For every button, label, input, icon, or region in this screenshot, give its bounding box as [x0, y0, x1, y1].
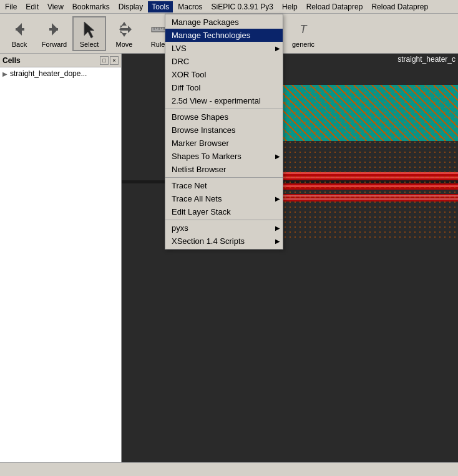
cells-panel-title: Cells — [2, 56, 21, 65]
menu-xsection[interactable]: XSection 1.4 Scripts ▶ — [165, 235, 283, 248]
cells-tree: ▶ straight_heater_dope... — [0, 67, 121, 462]
move-button[interactable]: Move — [107, 16, 141, 51]
menu-reload-dataprep[interactable]: Reload Dataprep — [303, 1, 367, 12]
cells-close-icon[interactable]: × — [110, 56, 119, 65]
menu-netlist-browser[interactable]: Netlist Browser — [165, 163, 283, 176]
svg-marker-5 — [119, 22, 132, 37]
select-button[interactable]: Select — [72, 16, 106, 51]
menu-drc[interactable]: DRC — [165, 55, 283, 68]
menu-manage-packages[interactable]: Manage Packages — [165, 16, 283, 29]
tree-expand-icon: ▶ — [2, 70, 7, 77]
menu-sep-3 — [165, 220, 283, 220]
menu-help[interactable]: Help — [278, 1, 301, 12]
cells-collapse-icon[interactable]: □ — [100, 56, 109, 65]
menu-trace-all-nets[interactable]: Trace All Nets ▶ — [165, 192, 283, 205]
move-icon — [114, 19, 134, 39]
menubar: File Edit View Bookmarks Display Tools M… — [0, 0, 458, 14]
menu-display[interactable]: Display — [115, 1, 147, 12]
menu-marker-browser[interactable]: Marker Browser — [165, 137, 283, 150]
forward-button[interactable]: Forward — [37, 16, 71, 51]
menu-browse-instances[interactable]: Browse Instances — [165, 124, 283, 137]
cells-tree-item-label: straight_heater_dope... — [10, 69, 87, 78]
generic-icon: T — [293, 19, 313, 39]
svg-text:T: T — [300, 23, 308, 36]
lvs-submenu-arrow: ▶ — [275, 45, 280, 52]
tools-dropdown: Manage Packages Manage Technologies LVS … — [165, 14, 283, 250]
cells-header: Cells □ × — [0, 54, 121, 67]
generic-label: generic — [292, 41, 314, 48]
shapes-to-markers-arrow: ▶ — [275, 153, 280, 160]
pyxs-arrow: ▶ — [275, 225, 280, 231]
menu-manage-technologies[interactable]: Manage Technologies — [165, 29, 283, 42]
menu-edit[interactable]: Edit — [22, 1, 42, 12]
menu-shapes-to-markers[interactable]: Shapes To Markers ▶ — [165, 150, 283, 163]
move-label: Move — [116, 41, 133, 48]
canvas-title: straight_heater_c — [397, 55, 456, 64]
xsection-arrow: ▶ — [275, 238, 280, 245]
menu-lvs[interactable]: LVS ▶ — [165, 42, 283, 55]
menu-xor-tool[interactable]: XOR Tool — [165, 68, 283, 81]
back-label: Back — [12, 41, 27, 48]
select-label: Select — [80, 41, 99, 48]
trace-all-nets-arrow: ▶ — [275, 195, 280, 202]
svg-rect-1 — [16, 28, 24, 31]
menu-browse-shapes[interactable]: Browse Shapes — [165, 110, 283, 124]
menu-bookmarks[interactable]: Bookmarks — [69, 1, 114, 12]
menu-edit-layer-stack[interactable]: Edit Layer Stack — [165, 205, 283, 218]
menu-siepic[interactable]: SiEPIC 0.3.91 Py3 — [208, 1, 277, 12]
menu-25d-view[interactable]: 2.5d View - experimental — [165, 94, 283, 107]
menu-file[interactable]: File — [1, 1, 21, 12]
forward-label: Forward — [42, 41, 67, 48]
menu-reload-dataprep2[interactable]: Reload Dataprep — [368, 1, 432, 12]
menu-pyxs[interactable]: pyxs ▶ — [165, 221, 283, 235]
statusbar — [0, 462, 458, 476]
menu-diff-tool[interactable]: Diff Tool — [165, 81, 283, 94]
menu-view[interactable]: View — [44, 1, 67, 12]
back-icon — [9, 19, 29, 39]
menu-tools[interactable]: Tools — [148, 1, 173, 12]
back-button[interactable]: Back — [2, 16, 36, 51]
menu-macros[interactable]: Macros — [174, 1, 206, 12]
tools-menu: Manage Packages Manage Technologies LVS … — [165, 14, 283, 250]
svg-rect-3 — [49, 28, 58, 31]
cells-panel: Cells □ × ▶ straight_heater_dope... — [0, 54, 122, 462]
menu-sep-1 — [165, 109, 283, 109]
select-icon — [79, 19, 99, 39]
svg-marker-4 — [84, 22, 94, 38]
cells-header-icons: □ × — [100, 56, 119, 65]
generic-button[interactable]: T generic — [286, 16, 320, 51]
cells-tree-item[interactable]: ▶ straight_heater_dope... — [1, 69, 120, 79]
menu-trace-net[interactable]: Trace Net — [165, 179, 283, 192]
forward-icon — [44, 19, 64, 39]
menu-sep-2 — [165, 177, 283, 178]
